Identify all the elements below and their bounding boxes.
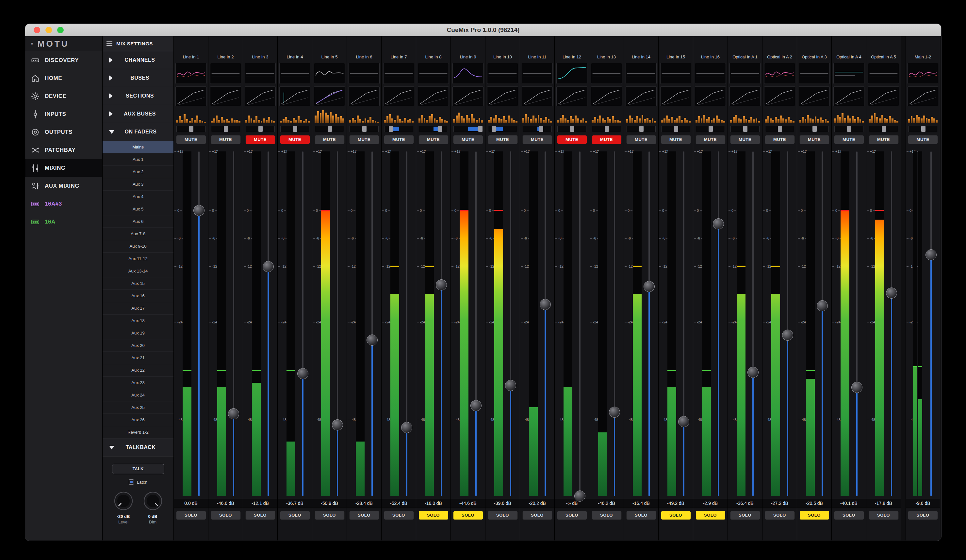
mute-button[interactable]: MUTE — [280, 135, 310, 144]
pan-slider[interactable] — [176, 126, 205, 132]
pan-slider[interactable] — [765, 126, 794, 132]
fader-knob[interactable] — [609, 407, 620, 418]
channel-name[interactable]: Line In 9 — [451, 52, 485, 62]
level-readout[interactable]: -17.8 dB — [866, 499, 901, 508]
dynamics-thumbnail[interactable] — [245, 87, 276, 106]
fader-knob[interactable] — [925, 249, 936, 260]
fader-knob[interactable] — [505, 380, 516, 391]
on-faders-item-aux-2[interactable]: Aux 2 — [103, 166, 174, 178]
level-readout[interactable]: -36.7 dB — [278, 499, 312, 508]
dynamics-thumbnail[interactable] — [348, 87, 380, 106]
fader-knob[interactable] — [263, 261, 274, 272]
level-readout[interactable]: -16.4 dB — [624, 499, 658, 508]
level-readout[interactable]: -52.4 dB — [381, 499, 416, 508]
fader-knob[interactable] — [574, 491, 585, 501]
mute-button[interactable]: MUTE — [730, 135, 760, 144]
mute-button[interactable]: MUTE — [488, 135, 518, 144]
on-faders-item-aux-22[interactable]: Aux 22 — [103, 364, 174, 377]
pan-slider[interactable] — [419, 126, 448, 132]
on-faders-item-aux-3[interactable]: Aux 3 — [103, 178, 174, 191]
level-readout[interactable]: -27.2 dB — [762, 499, 797, 508]
eq-thumbnail[interactable] — [279, 63, 310, 84]
pan-slider[interactable] — [592, 126, 621, 132]
fader-knob[interactable] — [644, 281, 655, 292]
mute-button[interactable]: MUTE — [315, 135, 345, 144]
solo-button[interactable]: SOLO — [280, 511, 310, 520]
solo-button[interactable]: SOLO — [908, 511, 938, 520]
eq-thumbnail[interactable] — [660, 63, 691, 84]
level-readout[interactable]: -50.9 dB — [312, 499, 347, 508]
on-faders-item-mains[interactable]: Mains — [103, 141, 174, 153]
channel-name[interactable]: Line In 2 — [209, 52, 243, 62]
eq-thumbnail[interactable] — [314, 63, 345, 84]
dynamics-thumbnail[interactable] — [522, 87, 553, 106]
on-faders-item-aux-23[interactable]: Aux 23 — [103, 377, 174, 389]
solo-button[interactable]: SOLO — [557, 511, 587, 520]
section-aux-buses[interactable]: AUX BUSES — [103, 105, 174, 123]
channel-name[interactable]: Line In 5 — [312, 52, 347, 62]
eq-thumbnail[interactable] — [868, 63, 899, 84]
channel-name[interactable]: Line In 7 — [381, 52, 416, 62]
fader-knob[interactable] — [817, 300, 828, 311]
level-readout[interactable]: -12.1 dB — [243, 499, 278, 508]
mute-button[interactable]: MUTE — [765, 135, 795, 144]
mute-button[interactable]: MUTE — [522, 135, 552, 144]
solo-button[interactable]: SOLO — [834, 511, 864, 520]
fader-knob[interactable] — [713, 218, 724, 229]
solo-button[interactable]: SOLO — [765, 511, 795, 520]
level-readout[interactable]: -46.6 dB — [209, 499, 243, 508]
section-buses[interactable]: BUSES — [103, 69, 174, 87]
mute-button[interactable]: MUTE — [349, 135, 379, 144]
mute-button[interactable]: MUTE — [695, 135, 726, 144]
pan-handle[interactable] — [570, 126, 574, 132]
sidebar-item-mixing[interactable]: MIXING — [25, 159, 102, 177]
on-faders-item-aux-7-8[interactable]: Aux 7-8 — [103, 228, 174, 240]
solo-button[interactable]: SOLO — [799, 511, 830, 520]
eq-thumbnail[interactable] — [418, 63, 449, 84]
channel-name[interactable]: Optical In A 4 — [832, 52, 866, 62]
eq-thumbnail[interactable] — [487, 63, 518, 84]
sidebar-item-inputs[interactable]: INPUTS — [25, 105, 102, 123]
eq-thumbnail[interactable] — [626, 63, 657, 84]
dynamics-thumbnail[interactable] — [868, 87, 899, 106]
fader-knob[interactable] — [470, 400, 481, 411]
solo-button[interactable]: SOLO — [211, 511, 241, 520]
level-readout[interactable]: -39.6 dB — [485, 499, 520, 508]
pan-slider[interactable] — [800, 126, 829, 132]
on-faders-item-aux-16[interactable]: Aux 16 — [103, 290, 174, 302]
channel-name[interactable]: Line In 10 — [485, 52, 520, 62]
pan-slider[interactable] — [835, 126, 863, 132]
eq-thumbnail[interactable] — [210, 63, 241, 84]
level-readout[interactable]: -40.1 dB — [832, 499, 866, 508]
level-readout[interactable]: -28.4 dB — [347, 499, 381, 508]
mute-button[interactable]: MUTE — [557, 135, 587, 144]
channel-name[interactable]: Line In 12 — [555, 52, 589, 62]
fader-knob[interactable] — [228, 408, 239, 419]
channel-name[interactable]: Optical In A 3 — [797, 52, 831, 62]
dynamics-thumbnail[interactable] — [764, 87, 795, 106]
dynamics-thumbnail[interactable] — [626, 87, 657, 106]
eq-thumbnail[interactable] — [799, 63, 830, 84]
channel-name[interactable]: Line In 1 — [174, 52, 208, 62]
eq-thumbnail[interactable] — [556, 63, 587, 84]
mix-settings-header[interactable]: MIX SETTINGS — [103, 36, 174, 51]
solo-button[interactable]: SOLO — [315, 511, 345, 520]
on-faders-item-aux-4[interactable]: Aux 4 — [103, 191, 174, 203]
dynamics-thumbnail[interactable] — [418, 87, 449, 106]
fader-knob[interactable] — [678, 416, 689, 427]
mute-button[interactable]: MUTE — [591, 135, 622, 144]
solo-button[interactable]: SOLO — [384, 511, 414, 520]
fader-track[interactable] — [579, 151, 580, 496]
pan-handle[interactable] — [362, 126, 366, 132]
talk-button[interactable]: TALK — [112, 464, 164, 474]
fader-knob[interactable] — [366, 334, 378, 345]
pan-slider[interactable] — [488, 126, 517, 132]
pan-slider[interactable] — [315, 126, 344, 132]
pan-handle[interactable] — [778, 126, 782, 132]
dynamics-thumbnail[interactable] — [279, 87, 310, 106]
pan-slider[interactable] — [211, 126, 240, 132]
pan-handle[interactable] — [605, 126, 609, 132]
eq-thumbnail[interactable] — [348, 63, 380, 84]
solo-button[interactable]: SOLO — [488, 511, 518, 520]
on-faders-item-aux-17[interactable]: Aux 17 — [103, 302, 174, 314]
